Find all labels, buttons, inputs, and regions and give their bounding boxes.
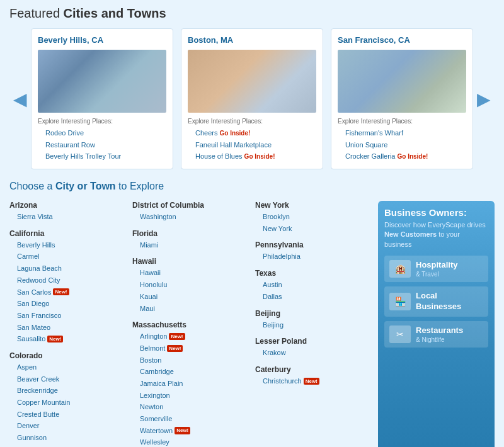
bp-hospitality-main: Hospitality: [416, 260, 457, 271]
city-kauai[interactable]: Kauai: [132, 291, 249, 303]
state-caterbury: Caterbury: [255, 365, 372, 374]
city-redwood-city[interactable]: Redwood City: [9, 274, 126, 286]
city-newton[interactable]: Newton: [132, 401, 249, 413]
city-miami[interactable]: Miami: [132, 239, 249, 251]
city-new-york[interactable]: New York: [255, 223, 372, 235]
boston-link-3[interactable]: House of Blues Go Inside!: [188, 150, 316, 162]
city-san-carlos[interactable]: San Carlos New!: [9, 286, 126, 298]
city-somerville[interactable]: Somerville: [132, 413, 249, 425]
bp-restaurants-item[interactable]: ✂ Restaurants & Nightlife: [384, 321, 488, 348]
city-laguna-beach[interactable]: Laguna Beach: [9, 263, 126, 274]
city-sausalito[interactable]: Sausalito New!: [9, 333, 126, 345]
beverly-link-1[interactable]: Rodeo Drive: [38, 127, 166, 139]
fishermans-wharf-link[interactable]: Fisherman's Wharf: [345, 127, 403, 139]
bp-restaurants-sub: & Nightlife: [416, 336, 463, 343]
arlington-new-badge: New!: [169, 333, 185, 340]
watertown-new-badge: New!: [175, 427, 190, 434]
city-wellesley[interactable]: Wellesley: [132, 436, 249, 447]
bp-hospitality-item[interactable]: 🏨 Hospitality & Travel: [384, 256, 488, 282]
bp-restaurants-text: Restaurants & Nightlife: [416, 325, 463, 343]
main-content: Arizona Sierra Vista California Beverly …: [9, 201, 495, 447]
beverly-hills-image: [38, 50, 166, 113]
left-arrow-button[interactable]: ◀: [9, 89, 31, 110]
belmont-new-badge: New!: [167, 345, 183, 352]
cheers-link[interactable]: Cheers: [195, 127, 217, 139]
state-dc: District of Columbia: [132, 201, 249, 210]
city-beijing[interactable]: Beijing: [255, 319, 372, 331]
city-denver[interactable]: Denver: [9, 420, 126, 432]
boston-title: Boston, MA: [188, 35, 316, 45]
city-aspen[interactable]: Aspen: [9, 361, 126, 373]
featured-row: ◀ Beverly Hills, CA Explore Interesting …: [9, 28, 495, 169]
boston-image: [188, 50, 316, 113]
bp-local-item[interactable]: 🏪 Local Businesses: [384, 286, 488, 317]
city-lexington[interactable]: Lexington: [132, 390, 249, 402]
city-dallas[interactable]: Dallas: [255, 291, 372, 303]
rodeo-drive-link[interactable]: Rodeo Drive: [45, 127, 84, 139]
city-card-san-francisco: San Francisco, CA Explore Interesting Pl…: [331, 28, 473, 169]
house-of-blues-go-inside: Go Inside!: [244, 153, 275, 160]
city-belmont[interactable]: Belmont New!: [132, 342, 249, 354]
city-san-francisco[interactable]: San Francisco: [9, 310, 126, 322]
state-arizona: Arizona: [9, 201, 126, 210]
boston-link-1[interactable]: Cheers Go Inside!: [188, 127, 316, 139]
featured-header: Featured Cities and Towns: [9, 6, 495, 21]
city-keystone[interactable]: Keystone: [9, 444, 126, 447]
beverly-explore-label: Explore Interesting Places:: [38, 118, 166, 125]
state-california: California: [9, 229, 126, 238]
beverly-link-2[interactable]: Restaurant Row: [38, 139, 166, 151]
city-crested-butte[interactable]: Crested Butte: [9, 409, 126, 421]
restaurant-row-link[interactable]: Restaurant Row: [45, 139, 95, 151]
city-san-mateo[interactable]: San Mateo: [9, 322, 126, 334]
page-wrapper: Featured Cities and Towns ◀ Beverly Hill…: [0, 0, 504, 447]
city-card-beverly-hills: Beverly Hills, CA Explore Interesting Pl…: [31, 28, 173, 169]
boston-explore-label: Explore Interesting Places:: [188, 118, 316, 125]
bp-subtitle: Discover how EveryScape drives New Custo…: [384, 220, 488, 249]
bp-hospitality-sub: & Travel: [416, 271, 457, 278]
city-christchurch[interactable]: Christchurch New!: [255, 375, 372, 387]
bp-local-text: Local Businesses: [416, 291, 483, 312]
state-beijing: Beijing: [255, 309, 372, 318]
bp-hospitality-text: Hospitality & Travel: [416, 260, 457, 278]
city-honolulu[interactable]: Honolulu: [132, 279, 249, 291]
local-businesses-icon: 🏪: [389, 293, 411, 310]
right-arrow-button[interactable]: ▶: [473, 89, 495, 110]
sf-link-1[interactable]: Fisherman's Wharf: [338, 127, 466, 139]
city-watertown[interactable]: Watertown New!: [132, 425, 249, 437]
crocker-galleria-link[interactable]: Crocker Galleria: [345, 150, 395, 162]
city-cambridge[interactable]: Cambridge: [132, 366, 249, 378]
city-breckenridge[interactable]: Breckenridge: [9, 385, 126, 397]
city-beverly-hills[interactable]: Beverly Hills: [9, 239, 126, 251]
column-3: New York Brooklyn New York Pennsylvania …: [255, 201, 372, 447]
city-philadelphia[interactable]: Philadelphia: [255, 251, 372, 263]
state-new-york: New York: [255, 201, 372, 210]
state-hawaii: Hawaii: [132, 257, 249, 266]
sf-link-3[interactable]: Crocker Galleria Go Inside!: [338, 150, 466, 162]
beverly-link-3[interactable]: Beverly Hills Trolley Tour: [38, 150, 166, 162]
city-sierra-vista[interactable]: Sierra Vista: [9, 211, 126, 223]
city-boston[interactable]: Boston: [132, 354, 249, 366]
column-1: Arizona Sierra Vista California Beverly …: [9, 201, 126, 447]
city-copper-mountain[interactable]: Copper Mountain: [9, 397, 126, 409]
city-gunnison[interactable]: Gunnison: [9, 432, 126, 444]
city-san-diego[interactable]: San Diego: [9, 298, 126, 310]
faneuil-link[interactable]: Faneuil Hall Marketplace: [195, 139, 272, 151]
sf-explore-label: Explore Interesting Places:: [338, 118, 466, 125]
beverly-hills-title: Beverly Hills, CA: [38, 35, 166, 45]
city-carmel[interactable]: Carmel: [9, 251, 126, 263]
city-brooklyn[interactable]: Brooklyn: [255, 211, 372, 223]
city-krakow[interactable]: Krakow: [255, 347, 372, 359]
city-arlington[interactable]: Arlington New!: [132, 331, 249, 342]
city-washington[interactable]: Washington: [132, 211, 249, 223]
city-jamaica-plain[interactable]: Jamaica Plain: [132, 378, 249, 390]
sf-link-2[interactable]: Union Square: [338, 139, 466, 151]
city-maui[interactable]: Maui: [132, 303, 249, 315]
city-hawaii[interactable]: Hawaii: [132, 267, 249, 279]
boston-link-2[interactable]: Faneuil Hall Marketplace: [188, 139, 316, 151]
featured-cards: Beverly Hills, CA Explore Interesting Pl…: [31, 28, 473, 169]
house-of-blues-link[interactable]: House of Blues: [195, 150, 243, 162]
trolley-tour-link[interactable]: Beverly Hills Trolley Tour: [45, 150, 121, 162]
city-beaver-creek[interactable]: Beaver Creek: [9, 373, 126, 385]
union-square-link[interactable]: Union Square: [345, 139, 387, 151]
city-austin[interactable]: Austin: [255, 279, 372, 291]
